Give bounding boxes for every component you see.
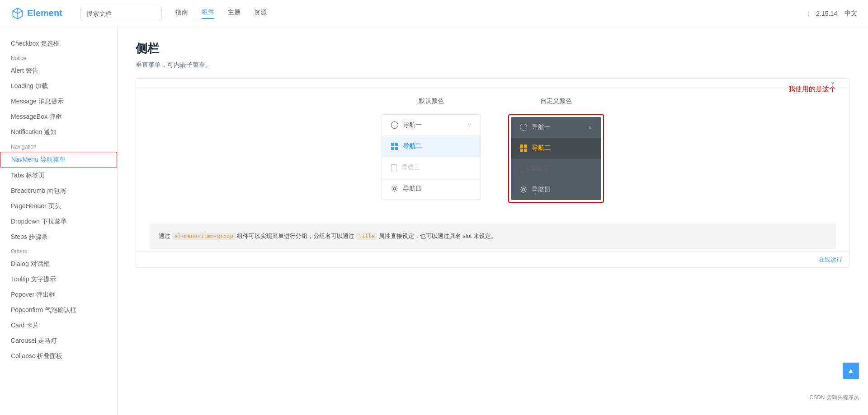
nav1-chevron-icon: ∨ (467, 122, 472, 128)
dark-nav3-doc-icon (520, 166, 525, 173)
dark-nav4-label: 导航四 (532, 186, 551, 194)
nav-item-theme[interactable]: 主题 (228, 9, 241, 19)
header-nav: 指南 组件 主题 资源 (175, 8, 267, 19)
svg-point-1 (523, 189, 525, 191)
logo-icon (11, 7, 24, 20)
dark-menu-item-4[interactable]: 导航四 (511, 179, 601, 200)
page-title: 侧栏 (136, 41, 850, 56)
version-divider: | (807, 10, 809, 17)
info-text-2: 组件可以实现菜单进行分组，分组名可以通过 (236, 233, 356, 239)
nav1-circle-icon (391, 121, 398, 129)
sidebar-category-others: Others (0, 245, 117, 256)
dark-menu: 导航一 ∨ (511, 117, 601, 200)
nav4-label: 导航四 (403, 185, 422, 193)
demo-top-bar: ▼ (136, 79, 849, 88)
info-box: 通过 el-menu-item-group 组件可以实现菜单进行分组，分组名可以… (150, 224, 836, 249)
sidebar-item-checkbox[interactable]: Checkbox 复选框 (0, 36, 117, 51)
dark-menu-item-1[interactable]: 导航一 ∨ (511, 117, 601, 138)
layout: Checkbox 复选框 Notice Alert 警告 Loading 加载 … (0, 27, 868, 290)
nav3-label: 导航三 (401, 163, 420, 172)
default-menu-item-3: 导航三 (382, 157, 481, 178)
sidebar-item-messagebox[interactable]: MessageBox 弹框 (0, 109, 117, 125)
search-input[interactable] (80, 7, 162, 20)
nav-item-components[interactable]: 组件 (202, 8, 214, 19)
dark-nav1-circle-icon (520, 124, 527, 131)
nav2-grid-icon (391, 143, 398, 150)
page-description: 垂直菜单，可内嵌子菜单。 (136, 61, 850, 69)
logo-text: Element (27, 8, 62, 19)
demo-custom-color-col: 自定义颜色 导航一 ∨ (508, 97, 604, 203)
dark-menu-item-3: 导航三 (511, 159, 601, 179)
sidebar-item-popover[interactable]: Popover 弹出框 (0, 287, 117, 290)
default-menu-item-2[interactable]: 导航二 (382, 136, 481, 157)
nav2-label: 导航二 (403, 142, 422, 150)
sidebar-item-alert[interactable]: Alert 警告 (0, 63, 117, 79)
sidebar-section-navigation: Navigation NavMenu 导航菜单 Tabs 标签页 Breadcr… (0, 140, 117, 245)
info-code-1: el-menu-item-group (172, 233, 236, 240)
default-menu-item-1[interactable]: 导航一 ∨ (382, 115, 481, 136)
sidebar: Checkbox 复选框 Notice Alert 警告 Loading 加载 … (0, 27, 118, 290)
sidebar-item-message[interactable]: Message 消息提示 (0, 94, 117, 109)
sidebar-category-notice: Notice (0, 51, 117, 63)
sidebar-item-navmenu[interactable]: NavMenu 导航菜单 (0, 152, 117, 168)
svg-point-0 (394, 188, 396, 190)
dark-nav4-gear-icon (520, 186, 527, 193)
sidebar-category-checkbox: Checkbox 复选框 (0, 36, 117, 51)
sidebar-item-tabs[interactable]: Tabs 标签页 (0, 168, 117, 183)
nav1-label: 导航一 (403, 121, 422, 129)
dark-nav2-grid-icon (520, 145, 527, 152)
demo-default-color-col: 默认颜色 导航一 ∨ (382, 97, 481, 203)
default-color-label: 默认颜色 (419, 97, 444, 105)
sidebar-item-notification[interactable]: Notification 通知 (0, 125, 117, 140)
dark-nav1-chevron-icon: ∨ (588, 124, 592, 131)
sidebar-section-others: Others Dialog 对话框 Tooltip 文字提示 Popover 弹… (0, 245, 117, 290)
dark-menu-item-2[interactable]: 导航二 (511, 138, 601, 159)
nav-item-guide[interactable]: 指南 (175, 9, 188, 19)
sidebar-item-steps[interactable]: Steps 步骤条 (0, 229, 117, 245)
dark-nav2-label: 导航二 (532, 144, 551, 152)
language-select[interactable]: 中文 (844, 9, 857, 18)
default-menu-item-4[interactable]: 导航四 (382, 178, 481, 200)
sidebar-item-loading[interactable]: Loading 加载 (0, 79, 117, 94)
sidebar-item-pageheader[interactable]: PageHeader 页头 (0, 199, 117, 214)
sidebar-section-notice: Notice Alert 警告 Loading 加载 Message 消息提示 … (0, 51, 117, 140)
dark-nav3-label: 导航三 (530, 165, 549, 173)
sidebar-item-dropdown[interactable]: Dropdown 下拉菜单 (0, 214, 117, 229)
sidebar-item-tooltip[interactable]: Tooltip 文字提示 (0, 272, 117, 287)
info-box-wrapper: 通过 el-menu-item-group 组件可以实现菜单进行分组，分组名可以… (136, 212, 849, 252)
demo-block: ▼ 我使用的是这个 默认颜色 导航一 ∨ (136, 78, 850, 268)
nav-item-resources[interactable]: 资源 (254, 9, 267, 19)
demo-annotation: 我使用的是这个 (788, 85, 836, 93)
header: Element 指南 组件 主题 资源 | 2.15.14 中文 (0, 0, 868, 27)
nav4-gear-icon (391, 185, 398, 192)
run-online-link[interactable]: 在线运行 (136, 252, 849, 267)
nav3-doc-icon (391, 164, 396, 171)
sidebar-item-breadcrumb[interactable]: Breadcrumb 面包屑 (0, 183, 117, 199)
main-content: 侧栏 垂直菜单，可内嵌子菜单。 ▼ 我使用的是这个 默认颜色 (118, 27, 868, 290)
demo-inner: 默认颜色 导航一 ∨ (136, 88, 849, 212)
default-menu: 导航一 ∨ (382, 114, 481, 200)
info-text-3: 属性直接设定，也可以通过具名 slot 来设定。 (377, 233, 497, 239)
custom-menu-highlight-box: 导航一 ∨ (508, 114, 604, 203)
custom-color-label: 自定义颜色 (540, 97, 572, 105)
info-code-2: title (356, 233, 377, 240)
sidebar-item-dialog[interactable]: Dialog 对话框 (0, 256, 117, 272)
sidebar-category-navigation: Navigation (0, 140, 117, 152)
version-select[interactable]: 2.15.14 (816, 10, 837, 17)
logo[interactable]: Element (11, 7, 62, 20)
dark-nav1-label: 导航一 (532, 123, 551, 131)
header-right: | 2.15.14 中文 (807, 9, 857, 18)
info-text-1: 通过 (159, 233, 172, 239)
